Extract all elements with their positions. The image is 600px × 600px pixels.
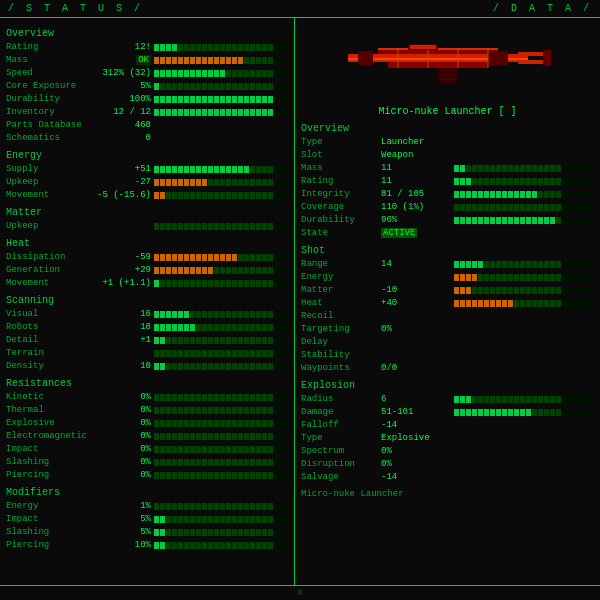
stat-row: Electromagnetic0%: [6, 430, 288, 442]
bar-container: [154, 280, 288, 287]
stat-dots: [154, 394, 288, 401]
stat-label: Targeting: [301, 323, 381, 335]
bar-container: [154, 192, 288, 199]
stat-value: 51-101: [381, 406, 451, 418]
stat-label: Terrain: [6, 347, 96, 359]
stat-row: Rating12!: [6, 41, 288, 53]
stat-value: 0/0: [381, 362, 451, 374]
stat-label: Mass: [301, 162, 381, 174]
stat-row: Core Exposure5%: [6, 80, 288, 92]
stat-label: Movement: [6, 277, 96, 289]
stat-dots: [154, 472, 288, 479]
stat-value: 1%: [96, 500, 151, 512]
main-container: / S T A T U S / / D A T A / Overview Rat…: [0, 0, 600, 600]
stat-dots: [154, 109, 288, 116]
footer-text: X: [297, 588, 302, 598]
stat-row: Dissipation-59: [6, 251, 288, 263]
bar-container: [154, 350, 288, 357]
stat-value: 0%: [96, 469, 151, 481]
scanning-title: Scanning: [6, 295, 288, 306]
bar-container: [154, 223, 288, 230]
overview-title: Overview: [6, 28, 288, 39]
bar-container: [154, 363, 288, 370]
stat-value: 0%: [96, 391, 151, 403]
bar-container: [154, 407, 288, 414]
stat-row: Energy: [301, 271, 594, 283]
stat-row: TypeExplosive: [301, 432, 594, 444]
stat-label: Slashing: [6, 456, 96, 468]
stat-dots: [154, 44, 288, 51]
bar-container: [154, 529, 288, 536]
resistances-section: Kinetic0%Thermal0%Explosive0%Electromagn…: [6, 391, 288, 481]
bar-container: [154, 254, 288, 261]
bar-container: [454, 165, 594, 172]
bar-container: [454, 217, 594, 224]
stat-value: -5 (-15.6): [96, 189, 151, 201]
bar-container: [454, 261, 594, 268]
stat-dots: [154, 311, 288, 318]
weapon-svg: [338, 32, 558, 92]
stat-row: Kinetic0%: [6, 391, 288, 403]
stat-dots: [154, 420, 288, 427]
stat-label: Upkeep: [6, 176, 96, 188]
stat-dots: [454, 204, 594, 211]
right-panel: Micro-nuke Launcher [ ] Overview TypeLau…: [295, 18, 600, 585]
stat-row: Detail+1: [6, 334, 288, 346]
stat-value: Launcher: [381, 136, 451, 148]
stat-dots: [154, 83, 288, 90]
energy-title: Energy: [6, 150, 288, 161]
stat-dots: [454, 191, 594, 198]
svg-rect-7: [388, 62, 488, 68]
stat-row: Upkeep-27: [6, 176, 288, 188]
stat-value: 18: [96, 321, 151, 333]
matter-title: Matter: [6, 207, 288, 218]
stat-label: Range: [301, 258, 381, 270]
stat-row: Upkeep: [6, 220, 288, 232]
stat-value: 5%: [96, 526, 151, 538]
stat-row: Generation+29: [6, 264, 288, 276]
stat-value: 6: [381, 393, 451, 405]
stat-row: MassOK: [6, 54, 288, 66]
stat-row: Matter-10: [301, 284, 594, 296]
stat-label: Type: [301, 432, 381, 444]
stat-row: Coverage110 (1%): [301, 201, 594, 213]
bar-container: [154, 433, 288, 440]
stat-row: Visual16: [6, 308, 288, 320]
stat-dots: [454, 217, 594, 224]
matter-section: Upkeep: [6, 220, 288, 232]
stat-dots: [154, 407, 288, 414]
weapon-title: Micro-nuke Launcher [ ]: [301, 106, 594, 117]
stat-label: Movement: [6, 189, 96, 201]
stat-row: Delay: [301, 336, 594, 348]
stat-label: Impact: [6, 513, 96, 525]
stat-value: +1 (+1.1): [96, 277, 151, 289]
stat-row: StateACTIVE: [301, 227, 594, 239]
stat-value: 312% (32): [96, 67, 151, 79]
bar-container: [154, 324, 288, 331]
bar-container: [454, 191, 594, 198]
stat-row: Mass11: [301, 162, 594, 174]
r-explosion-section: Radius6Damage51-101 Falloff-14TypeExplos…: [301, 393, 594, 483]
stat-dots: [154, 254, 288, 261]
stat-row: Explosive0%: [6, 417, 288, 429]
bar-container: [154, 472, 288, 479]
stat-dots: [454, 396, 594, 403]
stat-label: Recoil: [301, 310, 381, 322]
stat-dots: [454, 178, 594, 185]
stat-value: 10: [96, 360, 151, 372]
stat-row: Movement-5 (-15.6): [6, 189, 288, 201]
svg-rect-18: [441, 74, 455, 76]
stat-value: 14: [381, 258, 451, 270]
content: Overview Rating12!MassOKSpeed312% (32)Co…: [0, 18, 600, 585]
r-overview-title: Overview: [301, 123, 594, 134]
stat-value: -27: [96, 176, 151, 188]
stat-value: 0: [96, 132, 151, 144]
stat-label: Kinetic: [6, 391, 96, 403]
stat-row: Schematics0: [6, 132, 288, 144]
stat-value: OK: [96, 54, 151, 66]
stat-dots: [154, 166, 288, 173]
stat-value: 0%: [96, 443, 151, 455]
stat-value: 0%: [381, 445, 451, 457]
stat-dots: [154, 516, 288, 523]
stat-label: Upkeep: [6, 220, 96, 232]
